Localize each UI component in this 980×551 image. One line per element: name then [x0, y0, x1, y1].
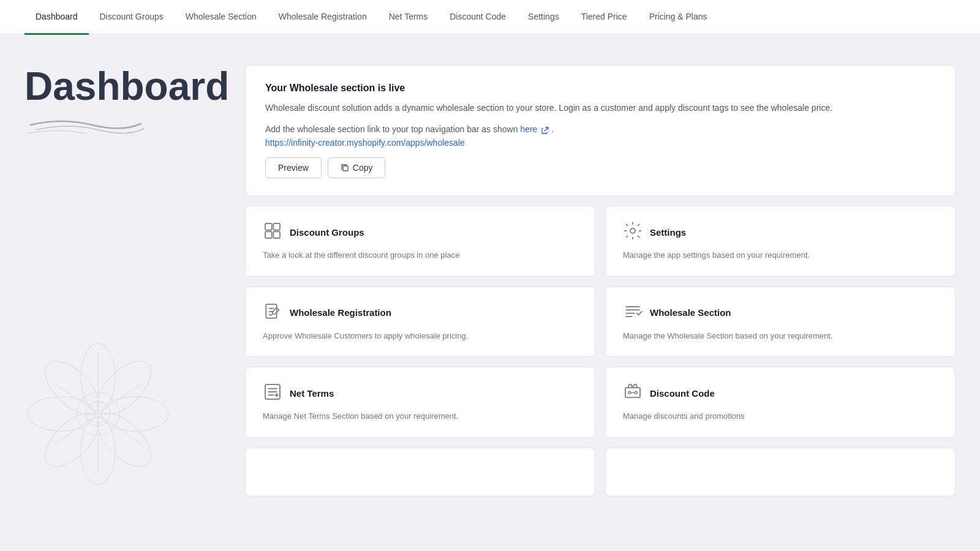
feature-card-title-settings: Settings	[650, 227, 686, 238]
decorative-lines	[24, 113, 221, 137]
copy-icon	[341, 163, 349, 172]
feature-card-title-discount-code: Discount Code	[650, 388, 715, 399]
partial-cards-row	[245, 448, 956, 497]
nav-item-wholesale-section[interactable]: Wholesale Section	[175, 1, 268, 35]
card-buttons: Preview Copy	[265, 157, 935, 178]
svg-point-29	[635, 392, 637, 394]
feature-card-discount-groups[interactable]: Discount GroupsTake a look at the differ…	[245, 206, 595, 277]
feature-card-wholesale-section[interactable]: Wholesale SectionManage the Wholesale Se…	[605, 287, 956, 358]
feature-card-title-wholesale-registration: Wholesale Registration	[290, 307, 391, 318]
partial-card-right	[605, 448, 956, 497]
main-nav: DashboardDiscount GroupsWholesale Sectio…	[0, 0, 980, 34]
feature-card-title-net-terms: Net Terms	[290, 388, 334, 399]
feature-cards-grid: Discount GroupsTake a look at the differ…	[245, 206, 956, 438]
live-card: Your Wholesale section is live Wholesale…	[245, 65, 956, 196]
preview-button[interactable]: Preview	[265, 157, 322, 178]
here-link[interactable]: here	[520, 124, 551, 134]
nav-item-pricing-plans[interactable]: Pricing & Plans	[638, 1, 718, 35]
wholesale-section-icon	[623, 302, 643, 324]
svg-point-28	[628, 392, 631, 394]
discount-code-icon	[623, 382, 643, 404]
nav-item-discount-groups[interactable]: Discount Groups	[89, 1, 175, 35]
wholesale-registration-icon	[263, 302, 282, 324]
main-content: Dashboard	[0, 34, 980, 549]
feature-card-desc-wholesale-registration: Approve Wholesale Customers to apply who…	[263, 330, 578, 342]
svg-line-14	[55, 414, 98, 444]
svg-rect-16	[343, 166, 348, 171]
svg-rect-20	[273, 232, 280, 239]
nav-item-net-terms[interactable]: Net Terms	[378, 1, 439, 35]
svg-rect-19	[265, 232, 272, 239]
live-card-title: Your Wholesale section is live	[265, 83, 935, 94]
store-url-link[interactable]: https://infinity-creator.myshopify.com/a…	[265, 138, 935, 148]
svg-line-12	[98, 414, 141, 444]
leaf-decoration	[12, 322, 184, 506]
nav-instruction: Add the wholesale section link to your t…	[265, 124, 935, 134]
feature-card-settings[interactable]: SettingsManage the app settings based on…	[605, 206, 956, 277]
live-card-description: Wholesale discount solution adds a dynam…	[265, 101, 935, 114]
svg-line-11	[98, 383, 141, 414]
partial-card-left	[245, 448, 595, 497]
discount-groups-icon	[263, 221, 282, 243]
feature-card-wholesale-registration[interactable]: Wholesale RegistrationApprove Wholesale …	[245, 287, 595, 358]
svg-point-21	[630, 228, 635, 233]
nav-item-settings[interactable]: Settings	[517, 1, 570, 35]
feature-card-desc-discount-groups: Take a look at the different discount gr…	[263, 249, 578, 261]
net-terms-icon	[263, 382, 282, 404]
feature-card-title-discount-groups: Discount Groups	[290, 227, 364, 238]
feature-card-discount-code[interactable]: Discount CodeManage discounts and promot…	[605, 367, 956, 438]
settings-icon	[623, 221, 643, 243]
feature-card-desc-net-terms: Manage Net Terms Section based on your r…	[263, 410, 578, 422]
feature-card-net-terms[interactable]: Net TermsManage Net Terms Section based …	[245, 367, 595, 438]
right-panel: Your Wholesale section is live Wholesale…	[245, 65, 956, 524]
copy-button[interactable]: Copy	[328, 157, 386, 178]
nav-item-tiered-price[interactable]: Tiered Price	[570, 1, 638, 35]
svg-rect-18	[273, 223, 280, 230]
nav-item-dashboard[interactable]: Dashboard	[24, 1, 89, 35]
page-title: Dashboard	[24, 65, 221, 108]
svg-line-15	[55, 383, 98, 414]
feature-card-desc-settings: Manage the app settings based on your re…	[623, 249, 938, 261]
nav-item-discount-code[interactable]: Discount Code	[439, 1, 517, 35]
svg-rect-17	[265, 223, 272, 230]
left-panel: Dashboard	[24, 65, 221, 524]
feature-card-desc-discount-code: Manage discounts and promotions	[623, 410, 938, 422]
nav-item-wholesale-registration[interactable]: Wholesale Registration	[268, 1, 378, 35]
feature-card-title-wholesale-section: Wholesale Section	[650, 307, 731, 318]
feature-card-desc-wholesale-section: Manage the Wholesale Section based on yo…	[623, 330, 938, 342]
